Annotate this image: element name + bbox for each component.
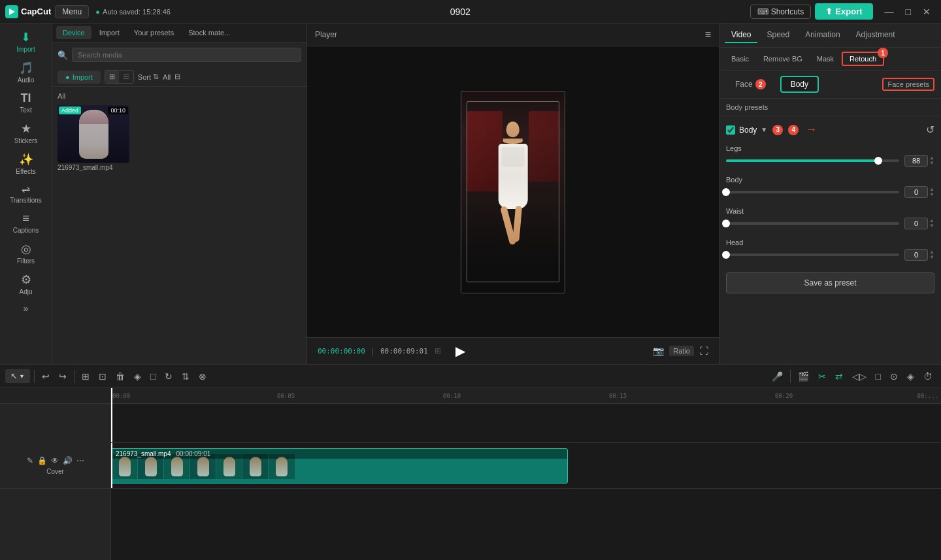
tab-stock-mate[interactable]: Stock mate... (182, 26, 237, 39)
keyboard-icon: ⌨ (757, 7, 768, 16)
group-button[interactable]: ◈ (131, 369, 144, 384)
minimize-button[interactable]: — (880, 5, 899, 18)
body-checkbox[interactable] (726, 125, 735, 135)
legs-track[interactable] (726, 159, 899, 162)
bf-tab-face[interactable]: Face 2 (726, 76, 775, 92)
tab-import[interactable]: Import (93, 26, 126, 39)
body-presets-button[interactable]: Body presets (726, 103, 768, 111)
save-preset-button[interactable]: Save as preset (726, 272, 934, 293)
head-track[interactable] (726, 254, 899, 256)
search-input[interactable] (72, 48, 301, 62)
duration-badge: 00:10 (108, 107, 128, 114)
waist-down-button[interactable]: ▼ (929, 223, 934, 229)
tool-captions[interactable]: ≡ Captions (3, 208, 50, 238)
tool-transitions[interactable]: ⇌ Transitions (3, 179, 50, 208)
cover-edit-button[interactable]: ✎ (27, 456, 33, 465)
legs-value: 88 (904, 155, 928, 167)
track-btn-4[interactable]: ◁▷ (849, 369, 870, 384)
annotation-4: 4 (788, 125, 799, 135)
subtab-retouch[interactable]: Retouch 1 (842, 52, 884, 66)
trim-button[interactable]: ⊡ (95, 369, 110, 384)
body-track[interactable] (726, 191, 899, 193)
track-btn-1[interactable]: 🎬 (795, 369, 812, 384)
tab-video[interactable]: Video (725, 27, 757, 43)
body-dropdown-icon: ▼ (761, 126, 767, 133)
track-btn-5[interactable]: □ (872, 369, 884, 384)
sort-button[interactable]: Sort ⇅ (138, 73, 159, 81)
audio-icon: 🎵 (19, 61, 33, 75)
split-button[interactable]: ⊞ (78, 369, 93, 384)
tab-animation[interactable]: Animation (799, 27, 846, 43)
ratio-button[interactable]: Ratio (669, 346, 694, 356)
filter-button[interactable]: ⊟ (174, 73, 180, 81)
box-button[interactable]: □ (147, 369, 159, 384)
screenshot-button[interactable]: 📷 (653, 346, 664, 356)
maximize-button[interactable]: □ (900, 5, 916, 18)
body-thumb[interactable] (722, 188, 730, 196)
redo-button[interactable]: ↪ (56, 369, 70, 384)
rotate-button[interactable]: ↻ (161, 369, 176, 384)
body-slider-row: Body 0 ▲ ▼ (726, 176, 934, 198)
grid-view-button[interactable]: ⊞ (105, 71, 119, 83)
tool-adju[interactable]: ⚙ Adju (3, 269, 50, 299)
subtab-mask[interactable]: Mask (810, 53, 840, 65)
track-btn-6[interactable]: ⊙ (887, 369, 901, 384)
tool-more[interactable]: » (3, 299, 50, 318)
crop-button[interactable]: ⊗ (195, 369, 210, 384)
tool-text[interactable]: TI Text (3, 88, 50, 118)
tab-speed[interactable]: Speed (760, 27, 796, 43)
legs-label: Legs (726, 144, 934, 152)
tool-effects[interactable]: ✨ Effects (3, 148, 50, 179)
mic-button[interactable]: 🎤 (768, 369, 786, 384)
visibility-button[interactable]: 👁 (51, 456, 59, 465)
tool-audio[interactable]: 🎵 Audio (3, 57, 50, 88)
play-button[interactable]: ▶ (448, 343, 473, 359)
waist-value: 0 (904, 218, 928, 229)
waist-track[interactable] (726, 222, 899, 225)
head-label: Head (726, 239, 934, 246)
tool-filters[interactable]: ◎ Filters (3, 238, 50, 269)
reset-button[interactable]: ↺ (926, 124, 934, 136)
import-media-button[interactable]: ● Import (58, 71, 101, 84)
tab-adjustment[interactable]: Adjustment (850, 27, 902, 43)
video-clip[interactable]: 216973_small.mp4 00:00:09:01 (111, 448, 568, 484)
tab-device[interactable]: Device (56, 26, 91, 39)
lock-button[interactable]: 🔒 (37, 456, 47, 465)
cursor-tool[interactable]: ↖▼ (5, 369, 30, 383)
delete-button[interactable]: 🗑 (112, 369, 128, 384)
track-btn-2[interactable]: ✂ (815, 369, 829, 384)
track-more-button[interactable]: ⋯ (76, 456, 84, 465)
tab-your-presets[interactable]: Your presets (127, 26, 180, 39)
legs-thumb[interactable] (874, 157, 882, 165)
export-button[interactable]: ⬆ Export (815, 3, 872, 20)
tool-divider-2 (74, 370, 74, 383)
tool-import[interactable]: ⬇ Import (3, 26, 50, 57)
clock-button[interactable]: ⏱ (920, 369, 936, 384)
ruler-5: 00:05 (277, 393, 295, 399)
legs-down-button[interactable]: ▼ (929, 161, 934, 166)
face-presets-link[interactable]: Face presets (882, 78, 934, 91)
waist-thumb[interactable] (722, 220, 730, 227)
head-down-button[interactable]: ▼ (929, 255, 934, 260)
track-btn-7[interactable]: ◈ (904, 369, 917, 384)
list-view-button[interactable]: ☰ (119, 71, 133, 83)
media-thumb[interactable]: Added 00:10 (58, 105, 129, 163)
flip-button[interactable]: ⇅ (178, 369, 193, 384)
fullscreen-button[interactable]: ⛶ (699, 346, 708, 356)
head-thumb[interactable] (722, 251, 730, 259)
body-down-button[interactable]: ▼ (929, 192, 934, 197)
shortcuts-button[interactable]: ⌨ Shortcuts (750, 5, 812, 19)
player-menu-icon[interactable]: ≡ (705, 29, 711, 41)
subtab-remove-bg[interactable]: Remove BG (757, 53, 809, 65)
tool-stickers[interactable]: ★ Stickers (3, 118, 50, 148)
audio-track-button[interactable]: 🔊 (63, 456, 73, 465)
undo-button[interactable]: ↩ (39, 369, 53, 384)
menu-button[interactable]: Menu (55, 5, 89, 18)
track-label-video: ✎ 🔒 👁 🔊 ⋯ Cover (0, 443, 110, 489)
all-button[interactable]: All (163, 73, 171, 81)
plus-icon: ● (65, 73, 70, 81)
track-btn-3[interactable]: ⇄ (832, 369, 846, 384)
subtab-basic[interactable]: Basic (725, 53, 755, 65)
close-button[interactable]: ✕ (917, 5, 936, 18)
bf-tab-body[interactable]: Body (780, 76, 819, 93)
